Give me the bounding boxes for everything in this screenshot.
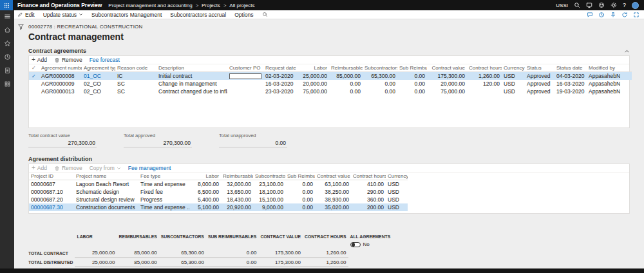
cell-contract-value[interactable]: 35,020.00	[315, 203, 351, 211]
cell-status-date[interactable]: 19-03-2020	[554, 88, 587, 95]
column-header-currency[interactable]: Currency	[386, 173, 408, 180]
column-header-contract-hours[interactable]: Contract hours	[351, 173, 386, 180]
user-avatar[interactable]	[632, 2, 639, 9]
filter-pane-button[interactable]	[17, 21, 24, 32]
customer-po-input[interactable]	[229, 73, 261, 79]
column-header-currency[interactable]: Currency	[502, 64, 525, 72]
cell-sub-reimbursables[interactable]: 0.00	[285, 203, 315, 211]
cell-description[interactable]: Initial contract	[156, 72, 227, 80]
cell-contract-hours[interactable]	[467, 88, 502, 95]
settings-gear-icon[interactable]	[611, 2, 617, 8]
column-header-request-date[interactable]: Request date	[263, 64, 298, 72]
column-header-reimbursables[interactable]: Reimbursables	[221, 173, 253, 180]
cell-reimbursables[interactable]: 85,000.00	[329, 72, 363, 80]
column-header-contract-value[interactable]: Contract value	[427, 64, 467, 72]
cell-customer-po[interactable]	[227, 80, 263, 88]
row-checkbox[interactable]: ✓	[29, 72, 39, 80]
cell-labor[interactable]: 25,000.00	[298, 72, 329, 80]
column-header-subcontractors[interactable]: Subcontractors	[363, 64, 397, 72]
cell-currency[interactable]: USD	[386, 203, 408, 211]
expand-icon[interactable]	[633, 12, 639, 18]
cell-subcontractors[interactable]: 15,100.00	[253, 196, 285, 203]
action-search-icon[interactable]	[262, 12, 268, 17]
cell-subcontractors[interactable]: 23,100.00	[253, 180, 285, 189]
cell-subcontractors[interactable]: 18,100.00	[253, 188, 285, 196]
cell-contract-value[interactable]: 38,250.00	[315, 188, 351, 196]
feedback-smiley-icon[interactable]	[598, 2, 605, 8]
update-status-menu[interactable]: Update status	[43, 12, 83, 18]
cell-agreement-type[interactable]: 02_CO	[82, 80, 115, 88]
cell-description[interactable]: Contract changed due to infla...	[156, 88, 227, 95]
distribution-row[interactable]: 00000687.30Construction documentsTime an…	[29, 203, 408, 211]
search-icon[interactable]	[574, 2, 580, 8]
collapse-chevron-up-icon[interactable]	[624, 48, 630, 54]
cell-description[interactable]: Change in management	[156, 80, 227, 88]
cell-contract-value[interactable]: 175,300.00	[427, 72, 467, 80]
agreement-row[interactable]: AGR000000902_COSCChange in management16-…	[29, 80, 632, 88]
cell-agreement-number[interactable]: AGR0000013	[39, 88, 82, 95]
cell-project-id[interactable]: 00000687	[29, 180, 74, 189]
breadcrumb-page[interactable]: All projects	[229, 3, 254, 8]
cell-fee-type[interactable]: Progress	[138, 196, 190, 203]
cell-subcontractors[interactable]: 0.00	[363, 80, 397, 88]
cell-currency[interactable]: USD	[386, 188, 408, 196]
cell-contract-hours[interactable]: 360.00	[351, 196, 386, 203]
cell-currency[interactable]: USD	[386, 180, 408, 189]
cell-project-id[interactable]: 00000687.10	[29, 188, 74, 196]
column-header-contract-value[interactable]: Contract value	[315, 173, 351, 180]
cell-request-date[interactable]: 16-03-2020	[263, 80, 298, 88]
cell-labor[interactable]: 8,000.00	[190, 180, 221, 189]
agreements-remove-button[interactable]: Remove	[54, 57, 82, 63]
column-header-agreement-number[interactable]: Agreement number ↑	[39, 64, 82, 72]
column-header-sub-reimbursables[interactable]: Sub Reimbur...	[397, 64, 427, 72]
cell-status[interactable]: Approved	[525, 88, 554, 95]
row-checkbox[interactable]	[29, 88, 39, 95]
cell-contract-value[interactable]: 38,930.00	[315, 196, 351, 203]
cell-contract-hours[interactable]: 1,260.00	[467, 72, 502, 80]
cell-labor[interactable]: 5,400.00	[190, 196, 221, 203]
cell-fee-type[interactable]: Time and expense ...	[138, 203, 190, 211]
cell-status-date[interactable]: 04-03-2020	[554, 72, 587, 80]
cell-agreement-number[interactable]: AGR0000008	[39, 72, 82, 80]
cell-agreement-type[interactable]: 02_CO	[82, 88, 115, 95]
cell-project-name[interactable]: Lagoon Beach Resort	[74, 180, 138, 189]
cell-request-date[interactable]: 02-03-2020	[263, 72, 298, 80]
cell-status-date[interactable]: 16-03-2020	[554, 80, 587, 88]
cell-contract-hours[interactable]: 200.00	[351, 203, 386, 211]
cell-currency[interactable]: USD	[502, 80, 525, 88]
all-agreements-toggle[interactable]	[350, 242, 361, 247]
column-header-status-date[interactable]: Status date	[554, 64, 587, 72]
breadcrumb-area[interactable]: Projects	[202, 3, 220, 8]
distribution-row[interactable]: 00000687.10Schematic designFixed fee6,50…	[29, 188, 408, 196]
distribution-row[interactable]: 00000687Lagoon Beach ResortTime and expe…	[29, 180, 408, 189]
row-checkbox[interactable]	[29, 80, 39, 88]
cell-subcontractors[interactable]: 0.00	[363, 88, 397, 95]
cell-customer-po[interactable]	[227, 72, 263, 80]
cell-reimbursables[interactable]: 13,650.00	[221, 188, 253, 196]
pin-icon[interactable]	[610, 12, 616, 18]
monitor-icon[interactable]	[586, 2, 592, 8]
column-header-contract-hours[interactable]: Contract hours	[467, 64, 502, 72]
distribution-row[interactable]: 00000687.20Structural design reviewProgr…	[29, 196, 408, 203]
cell-project-name[interactable]: Construction documents	[74, 203, 138, 211]
cell-subcontractors[interactable]: 9,000.00	[253, 203, 285, 211]
column-header-labor[interactable]: Labor	[298, 64, 329, 72]
history-clock-icon[interactable]	[598, 12, 605, 18]
refresh-icon[interactable]	[621, 12, 628, 18]
cell-status[interactable]: Approved	[525, 72, 554, 80]
column-header-description[interactable]: Description	[156, 64, 227, 72]
cell-contract-value[interactable]: 63,100.00	[315, 180, 351, 189]
column-header-reason-code[interactable]: Reason code	[115, 64, 156, 72]
app-title[interactable]: Finance and Operations Preview	[17, 2, 102, 8]
distribution-remove-button[interactable]: Remove	[54, 165, 82, 171]
edit-button[interactable]: Edit	[17, 12, 35, 18]
cell-status[interactable]: Approved	[525, 80, 554, 88]
cell-reimbursables[interactable]: 0.00	[329, 88, 363, 95]
column-header-reimbursables[interactable]: Reimbursables	[329, 64, 363, 72]
nav-hamburger-button[interactable]	[3, 12, 12, 21]
agreement-row[interactable]: ✓AGR000000801_OCICInitial contract02-03-…	[29, 72, 632, 80]
cell-project-name[interactable]: Schematic design	[74, 188, 138, 196]
cell-contract-value[interactable]: 75,000.00	[427, 88, 467, 95]
subcontractors-accrual-button[interactable]: Subcontractors accrual	[170, 12, 226, 18]
cell-contract-hours[interactable]: 410.00	[351, 180, 386, 189]
